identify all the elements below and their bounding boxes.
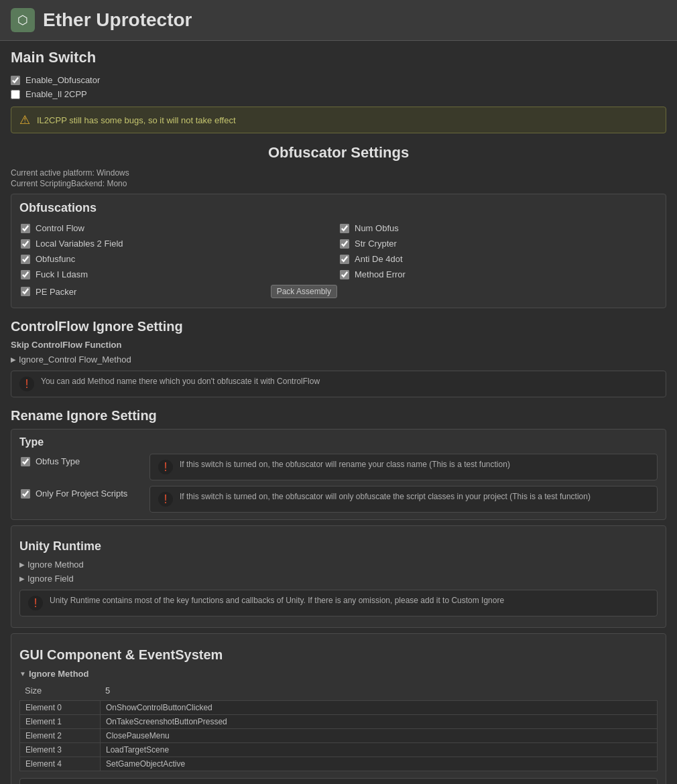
num-obfus-label: Num Obfus xyxy=(355,223,656,233)
unity-ignore-method-label: Ignore Method xyxy=(27,560,84,570)
local-vars-checkbox[interactable] xyxy=(21,239,30,249)
only-project-info: ! If this switch is turned on, the obfus… xyxy=(149,486,658,513)
platform-line: Current active platform: Windows xyxy=(11,168,666,178)
il2cpp-warning-text: IL2CPP still has some bugs, so it will n… xyxy=(37,115,236,125)
obfus-str-crypter: Str Crypter xyxy=(338,236,658,251)
gui-ignore-method-expanded: Size 5 Element 0 OnShowControlButtonClic… xyxy=(19,681,658,774)
element-3-value: LoadTargetScene xyxy=(101,743,658,757)
pe-packer-checkbox[interactable] xyxy=(21,287,30,296)
gui-section-title: GUI Component & EventSystem xyxy=(19,647,658,663)
info-icon-unity-runtime: ! xyxy=(28,596,43,610)
obfus-type-info: ! If this switch is turned on, the obfus… xyxy=(149,454,658,480)
obfus-local-vars: Local Variables 2 Field xyxy=(19,236,338,251)
obfuscations-box: Obfuscations Control Flow Local Variable… xyxy=(11,194,666,308)
logo-icon: ⬡ xyxy=(17,13,28,27)
main-content: Main Switch Enable_Obfuscator Enable_Il … xyxy=(0,41,677,784)
rename-ignore-title: Rename Ignore Setting xyxy=(11,408,666,423)
unity-ignore-method-row[interactable]: ▶ Ignore Method xyxy=(19,558,658,572)
controlflow-info-text: You can add Method name there which you … xyxy=(41,377,320,386)
controlflow-ignore-section: ControlFlow Ignore Setting Skip ControlF… xyxy=(11,319,666,397)
il2cpp-warning: ⚠ IL2CPP still has some bugs, so it will… xyxy=(11,107,666,133)
obfus-pe-packer: PE Packer Pack Assembly xyxy=(19,282,338,301)
unity-runtime-info-text: Unity Runtime contains most of the key f… xyxy=(50,596,504,605)
control-flow-label: Control Flow xyxy=(36,223,337,233)
unity-runtime-box: Unity Runtime ▶ Ignore Method ▶ Ignore F… xyxy=(11,525,666,628)
unity-runtime-section: Unity Runtime ▶ Ignore Method ▶ Ignore F… xyxy=(11,525,666,628)
num-obfus-checkbox[interactable] xyxy=(340,224,349,233)
collapse-arrow-icon: ▶ xyxy=(11,356,16,363)
obfus-obfusfunc: Obfusfunc xyxy=(19,251,338,267)
app-logo: ⬡ xyxy=(11,8,35,32)
enable-il2cpp-row: Enable_Il 2CPP xyxy=(11,87,666,101)
obfusfunc-checkbox[interactable] xyxy=(21,255,30,264)
ignore-control-flow-method-label: Ignore_Control Flow_Method xyxy=(19,354,131,365)
size-row: Size 5 xyxy=(19,683,658,698)
rename-ignore-box: Type Obfus Type ! If this switch is turn… xyxy=(11,429,666,520)
table-row: Element 2 ClosePauseMenu xyxy=(20,729,658,743)
obfus-type-checkbox[interactable] xyxy=(21,457,30,466)
warning-icon: ⚠ xyxy=(19,113,30,127)
method-error-checkbox[interactable] xyxy=(340,270,349,279)
obfus-right-col: Num Obfus Str Crypter Anti De 4dot Metho… xyxy=(338,220,658,301)
only-project-row: Only For Project Scripts xyxy=(19,486,144,501)
unity-ignore-field-arrow: ▶ xyxy=(19,575,25,582)
info-icon-only-project: ! xyxy=(158,492,173,507)
pe-packer-label: PE Packer xyxy=(36,287,263,297)
rename-ignore-section: Rename Ignore Setting Type Obfus Type ! … xyxy=(11,408,666,520)
unity-ignore-field-row[interactable]: ▶ Ignore Field xyxy=(19,572,658,586)
unity-runtime-title: Unity Runtime xyxy=(19,539,658,553)
table-row: Element 0 OnShowControlButtonClicked xyxy=(20,701,658,715)
obfus-type-row: Obfus Type xyxy=(19,454,144,469)
obfus-type-info-text: If this switch is turned on, the obfusca… xyxy=(180,460,510,469)
obfus-control-flow: Control Flow xyxy=(19,220,338,236)
enable-obfuscator-row: Enable_Obfuscator xyxy=(11,73,666,87)
enable-obfuscator-checkbox[interactable] xyxy=(11,76,20,85)
obfusfunc-label: Obfusfunc xyxy=(36,254,337,264)
type-title: Type xyxy=(19,436,658,448)
element-0-label: Element 0 xyxy=(20,701,101,715)
obfuscator-settings-title: Obfuscator Settings xyxy=(11,144,666,161)
obfus-type-label: Obfus Type xyxy=(36,456,143,466)
pack-assembly-button[interactable]: Pack Assembly xyxy=(271,285,337,298)
main-switch-title: Main Switch xyxy=(11,49,666,66)
gui-component-section: GUI Component & EventSystem ▼ Ignore Met… xyxy=(11,633,666,784)
element-1-label: Element 1 xyxy=(20,715,101,729)
app-title: Ether Uprotector xyxy=(43,9,192,31)
element-2-value: ClosePauseMenu xyxy=(101,729,658,743)
str-crypter-label: Str Crypter xyxy=(355,239,656,249)
fuck-ldasm-label: Fuck I Ldasm xyxy=(36,269,337,279)
controlflow-ignore-title: ControlFlow Ignore Setting xyxy=(11,319,666,334)
obfus-fuck-ldasm: Fuck I Ldasm xyxy=(19,267,338,282)
obfuscations-grid: Control Flow Local Variables 2 Field Obf… xyxy=(19,220,658,301)
control-flow-checkbox[interactable] xyxy=(21,224,30,233)
only-project-checkbox[interactable] xyxy=(21,489,30,499)
obfus-num-obfus: Num Obfus xyxy=(338,220,658,236)
obfus-left-col: Control Flow Local Variables 2 Field Obf… xyxy=(19,220,338,301)
ignore-control-flow-method-row[interactable]: ▶ Ignore_Control Flow_Method xyxy=(11,352,666,367)
unity-ignore-field-label: Ignore Field xyxy=(27,574,74,584)
element-4-value: SetGameObjectActive xyxy=(101,757,658,771)
unity-ignore-method-arrow: ▶ xyxy=(19,561,25,568)
str-crypter-checkbox[interactable] xyxy=(340,239,349,249)
unity-runtime-info: ! Unity Runtime contains most of the key… xyxy=(19,590,658,616)
enable-il2cpp-checkbox[interactable] xyxy=(11,90,20,99)
info-icon-controlflow: ! xyxy=(19,377,34,391)
skip-controlflow-label: Skip ControlFlow Function xyxy=(11,340,666,350)
method-error-label: Method Error xyxy=(355,269,656,279)
fuck-ldasm-checkbox[interactable] xyxy=(21,270,30,279)
size-value: 5 xyxy=(105,685,110,696)
gui-collapse-arrow: ▼ xyxy=(19,670,26,677)
controlflow-info-box: ! You can add Method name there which yo… xyxy=(11,371,666,397)
element-3-label: Element 3 xyxy=(20,743,101,757)
main-switch-section: Main Switch Enable_Obfuscator Enable_Il … xyxy=(11,49,666,133)
element-2-label: Element 2 xyxy=(20,729,101,743)
obfus-type-container: Obfus Type ! If this switch is turned on… xyxy=(19,454,658,480)
table-row: Element 1 OnTakeScreenshotButtonPressed xyxy=(20,715,658,729)
obfus-anti-de4dot: Anti De 4dot xyxy=(338,251,658,267)
gui-ignore-method-header[interactable]: ▼ Ignore Method xyxy=(19,667,658,681)
size-label: Size xyxy=(25,685,105,696)
gui-ignore-method-label: Ignore Method xyxy=(29,669,89,679)
enable-obfuscator-label: Enable_Obfuscator xyxy=(25,75,100,85)
gui-info-box: ! GUI Component&EventSystem contains the… xyxy=(19,778,658,784)
anti-de4dot-checkbox[interactable] xyxy=(340,255,349,264)
